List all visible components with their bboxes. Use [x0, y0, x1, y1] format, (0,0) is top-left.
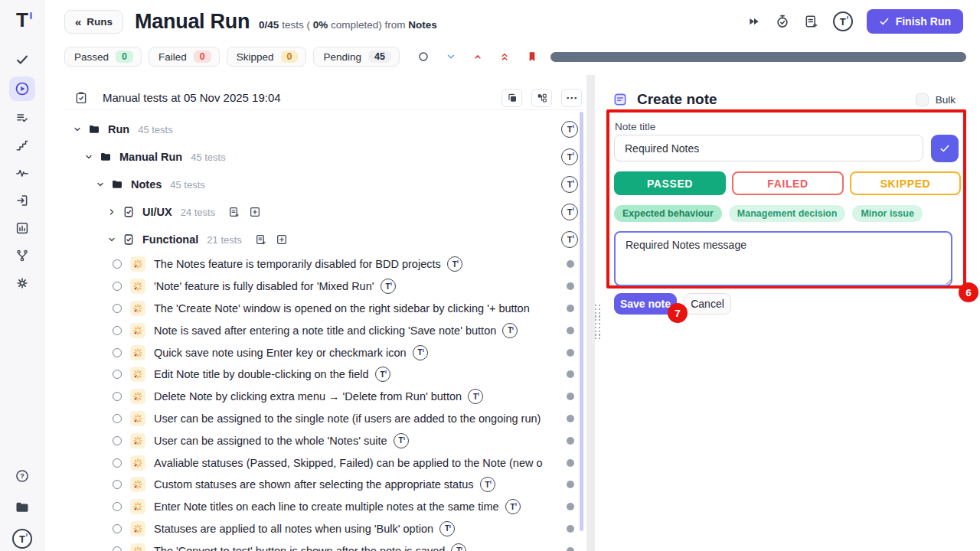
back-to-runs-button[interactable]: Runs — [64, 10, 123, 34]
sidebar-item-plans[interactable] — [11, 107, 34, 129]
test-title[interactable]: User can be assigned to the whole 'Notes… — [154, 435, 387, 447]
add-test-icon[interactable] — [276, 233, 288, 246]
suite-row-functional[interactable]: Functional 21 tests — [64, 226, 583, 253]
filter-pending[interactable]: Pending45 — [313, 47, 399, 67]
test-row[interactable]: Avaliable statuses (Passed, Skipped, Fai… — [64, 452, 583, 474]
test-row[interactable]: User can be assigned to the whole 'Notes… — [64, 429, 583, 452]
test-title[interactable]: Enter Note titles on each line to create… — [154, 500, 499, 513]
sidebar-item-help[interactable] — [11, 465, 34, 487]
test-title[interactable]: Quick save note using Enter key or check… — [154, 347, 407, 359]
add-note-icon[interactable] — [228, 206, 240, 218]
chevron-down-icon[interactable] — [107, 235, 116, 244]
suite-name[interactable]: UI/UX — [142, 206, 172, 218]
test-title[interactable]: The 'Convert to test' button is shown af… — [154, 545, 445, 551]
test-title[interactable]: Custom statuses are shown after selectin… — [154, 478, 474, 491]
copy-button[interactable] — [501, 89, 522, 107]
caret-up-icon[interactable] — [472, 51, 483, 62]
test-title[interactable]: Edit Note title by double-clicking on th… — [154, 368, 369, 380]
chevron-down-icon[interactable] — [96, 180, 105, 189]
test-title[interactable]: User can be assigned to the single note … — [154, 412, 541, 425]
fast-forward-icon[interactable] — [747, 15, 761, 28]
suite-row-run[interactable]: Run 45 tests — [64, 116, 583, 143]
quick-save-button[interactable] — [931, 135, 959, 162]
add-note-icon[interactable] — [804, 14, 819, 29]
test-row[interactable]: The Notes feature is temporarily disable… — [64, 253, 583, 276]
add-test-icon[interactable] — [249, 206, 261, 218]
test-row[interactable]: Delete Note by clicking extra menu → 'De… — [64, 386, 583, 408]
sidebar-item-steps[interactable] — [11, 135, 34, 156]
test-row[interactable]: Statuses are applied to all notes when u… — [64, 518, 583, 540]
test-title[interactable]: Avaliable statuses (Passed, Skipped, Fai… — [154, 457, 543, 469]
test-row[interactable]: Note is saved after entering a note titl… — [64, 319, 583, 341]
test-title[interactable]: Note is saved after entering a note titl… — [154, 324, 496, 337]
filter-passed[interactable]: Passed0 — [64, 47, 142, 67]
sidebar-item-runs[interactable] — [9, 77, 35, 101]
suite-name[interactable]: Run — [108, 123, 129, 135]
chevron-right-icon[interactable] — [107, 207, 116, 217]
test-status-circle[interactable] — [113, 259, 122, 269]
note-message-textarea[interactable]: Required Notes message — [614, 231, 952, 286]
tag-expected-behaviour[interactable]: Expected behaviour — [614, 205, 722, 222]
suite-name[interactable]: Functional — [142, 233, 198, 246]
test-row[interactable]: The 'Convert to test' button is shown af… — [64, 540, 583, 551]
test-status-circle[interactable] — [113, 480, 122, 489]
suite-name[interactable]: Manual Run — [119, 151, 182, 163]
tree-view-button[interactable] — [531, 89, 552, 107]
note-title-input[interactable] — [614, 135, 923, 161]
test-row[interactable]: 'Note' feature is fully disabled for 'Mi… — [64, 276, 583, 298]
test-title[interactable]: The Notes feature is temporarily disable… — [154, 258, 441, 270]
filter-failed[interactable]: Failed0 — [149, 47, 220, 67]
test-status-circle[interactable] — [113, 370, 122, 379]
status-skipped-button[interactable]: SKIPPED — [850, 171, 961, 195]
double-caret-up-icon[interactable] — [499, 51, 510, 62]
tag-management-decision[interactable]: Management decision — [729, 205, 846, 222]
test-row[interactable]: The 'Create Note' window is opened on th… — [64, 298, 583, 320]
app-logo[interactable] — [0, 6, 44, 34]
sidebar-item-tests[interactable] — [11, 49, 34, 70]
sidebar-item-settings[interactable] — [11, 272, 34, 294]
test-status-circle[interactable] — [113, 502, 122, 511]
chevron-down-icon[interactable] — [84, 152, 93, 161]
cancel-button[interactable]: Cancel — [684, 293, 731, 315]
chevron-down-icon[interactable] — [73, 125, 82, 134]
chevron-down-icon[interactable] — [446, 51, 456, 62]
sidebar-item-pulse[interactable] — [11, 162, 34, 184]
test-status-circle[interactable] — [113, 348, 122, 357]
test-title[interactable]: 'Note' feature is fully disabled for 'Mi… — [154, 280, 374, 292]
status-passed-button[interactable]: PASSED — [614, 171, 726, 195]
tag-minor-issue[interactable]: Minor issue — [852, 205, 922, 222]
finish-run-button[interactable]: Finish Run — [867, 9, 963, 34]
test-status-circle[interactable] — [113, 524, 122, 533]
sidebar-item-projects[interactable] — [11, 497, 34, 518]
more-options-button[interactable] — [561, 89, 582, 107]
add-note-icon[interactable] — [255, 233, 267, 246]
suite-row-uiux[interactable]: UI/UX 24 tests — [64, 198, 583, 226]
test-row[interactable]: Edit Note title by double-clicking on th… — [64, 364, 583, 386]
test-row[interactable]: Quick save note using Enter key or check… — [64, 341, 583, 364]
test-status-circle[interactable] — [113, 392, 122, 401]
sidebar-item-branches[interactable] — [11, 245, 34, 266]
test-status-circle[interactable] — [113, 282, 122, 291]
test-row[interactable]: User can be assigned to the single note … — [64, 408, 583, 430]
test-title[interactable]: Statuses are applied to all notes when u… — [154, 523, 433, 535]
user-avatar[interactable] — [833, 11, 853, 31]
status-failed-button[interactable]: FAILED — [732, 171, 844, 195]
bookmark-icon[interactable] — [526, 51, 538, 63]
test-status-circle[interactable] — [113, 326, 122, 335]
test-status-circle[interactable] — [113, 546, 122, 551]
timer-icon[interactable] — [775, 14, 790, 29]
bulk-checkbox[interactable] — [916, 93, 929, 106]
suite-name[interactable]: Notes — [131, 178, 162, 191]
sidebar-item-import[interactable] — [11, 190, 34, 211]
test-status-circle[interactable] — [113, 304, 122, 313]
tree-scrollbar-thumb[interactable] — [580, 112, 583, 531]
circle-status-icon[interactable] — [417, 51, 430, 63]
bulk-toggle[interactable]: Bulk — [916, 93, 956, 106]
filter-skipped[interactable]: Skipped0 — [227, 47, 307, 67]
test-title[interactable]: The 'Create Note' window is opened on th… — [154, 302, 530, 315]
test-title[interactable]: Delete Note by clicking extra menu → 'De… — [154, 390, 462, 403]
suite-row-notes[interactable]: Notes 45 tests — [64, 171, 583, 198]
test-row[interactable]: Enter Note titles on each line to create… — [64, 496, 583, 518]
panel-resize-handle[interactable] — [595, 305, 600, 340]
test-status-circle[interactable] — [113, 414, 122, 423]
